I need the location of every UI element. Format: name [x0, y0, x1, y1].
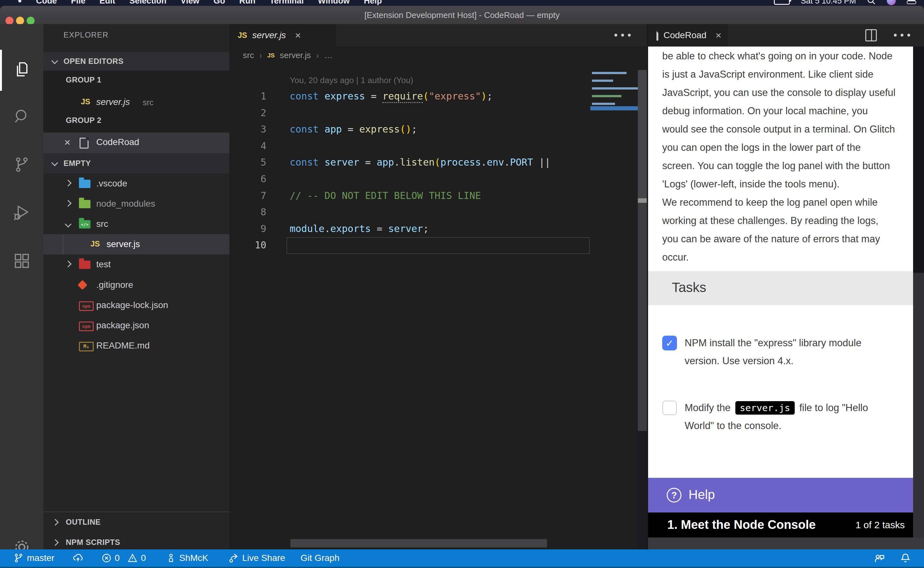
open-editor-server-js[interactable]: JS server.js src [43, 92, 229, 112]
line-number: 4 [229, 137, 266, 154]
code-line-6[interactable]: 6 [229, 171, 590, 187]
tree-item-src[interactable]: src [43, 214, 229, 234]
notifications-item[interactable] [900, 552, 911, 564]
editor-vertical-scrollbar[interactable] [638, 70, 647, 549]
lesson-text-line: screen. You can toggle the log panel wit… [662, 157, 912, 175]
scrollbar-thumb[interactable] [638, 198, 647, 203]
line-number: 2 [229, 104, 266, 121]
lesson-text-line: 'Logs' (lower-left, inside the tools men… [662, 175, 912, 193]
help-icon: ? [667, 488, 681, 503]
task2-checkbox[interactable] [662, 400, 677, 415]
webview-scrollbar[interactable] [913, 47, 924, 538]
apple-menu-icon[interactable]: ● [18, 0, 22, 5]
screen: ●CodeFileEditSelectionViewGoRunTerminalW… [0, 0, 924, 568]
minimap-line [592, 103, 615, 105]
code-line-9[interactable]: 9module.exports = server; [229, 221, 590, 237]
tab-coderoad[interactable]: CodeRoad × [648, 24, 728, 47]
search-icon[interactable] [0, 95, 43, 138]
code-line-2[interactable]: 2 [229, 104, 590, 121]
problems-item[interactable]: 0 0 [101, 553, 146, 563]
sync-item[interactable] [72, 553, 83, 563]
coderoad-tab-bar: CodeRoad × [648, 24, 924, 47]
tasks-header: Tasks [648, 271, 913, 305]
task-progress-badge: 1 of 2 tasks [856, 520, 905, 530]
battery-icon [774, 0, 790, 5]
line-number: 6 [229, 171, 266, 187]
git-graph-item[interactable]: Git Graph [301, 553, 339, 563]
open-editor-coderoad[interactable]: × CodeRoad [43, 133, 229, 153]
menu-edit[interactable]: Edit [99, 0, 115, 6]
md-icon: M↓ [79, 342, 94, 351]
chevron-down-icon [65, 221, 72, 228]
minimap[interactable] [590, 0, 638, 193]
coderoad-webview: be able to check what's going on in your… [648, 47, 913, 538]
npm-scripts-section[interactable]: NPM SCRIPTS [43, 532, 229, 549]
menu-code[interactable]: Code [36, 0, 57, 6]
editor-horizontal-scrollbar[interactable] [290, 539, 547, 547]
user-item[interactable]: ShMcK [166, 553, 208, 563]
help-bar[interactable]: ? Help [648, 478, 913, 512]
code-editor[interactable]: 1const express = require("express");23co… [229, 0, 590, 549]
feedback-item[interactable] [873, 552, 885, 564]
npm-icon: npm [79, 301, 94, 311]
live-share-label: Live Share [242, 553, 285, 563]
tree-item-readme-md[interactable]: M↓README.md [43, 336, 229, 356]
code-line-3[interactable]: 3const app = express(); [229, 121, 590, 137]
chevron-right-icon [65, 200, 72, 207]
tree-item-server-js[interactable]: JSserver.js [43, 234, 229, 254]
tree-item-label: README.md [96, 340, 149, 351]
source-control-icon[interactable] [0, 143, 43, 186]
sidebar-title: EXPLORER [63, 30, 109, 39]
menu-file[interactable]: File [71, 0, 85, 6]
tree-item--vscode[interactable]: .vscode [43, 174, 229, 194]
line-number: 3 [229, 121, 266, 137]
more-actions-icon[interactable] [894, 34, 910, 36]
tasks-title: Tasks [672, 280, 706, 295]
tree-item-test[interactable]: test [43, 254, 229, 275]
workspace-section-header[interactable]: EMPTY [43, 153, 229, 174]
tree-item--gitignore[interactable]: .gitignore [43, 275, 229, 295]
code-line-5[interactable]: 5const server = app.listen(process.env.P… [229, 154, 590, 171]
error-count: 0 [115, 553, 120, 563]
status-bar: master 0 0 ShMcK Live Share Git Graph [0, 549, 924, 567]
menu-selection[interactable]: Selection [129, 0, 166, 6]
close-editor-icon[interactable]: × [64, 136, 71, 149]
siri-icon[interactable] [887, 0, 896, 5]
webview-scrollbar-thumb[interactable] [913, 47, 924, 273]
extensions-icon[interactable] [0, 239, 43, 282]
split-editor-icon[interactable] [865, 29, 877, 41]
code-line-1[interactable]: 1const express = require("express"); [229, 88, 590, 104]
run-debug-icon[interactable] [0, 191, 43, 234]
warning-count: 0 [141, 553, 146, 563]
npm-icon: npm [79, 322, 94, 331]
lesson-text-line: working at these challenges. By reading … [662, 211, 912, 230]
code-line-8[interactable]: 8 [229, 204, 590, 221]
tree-item-package-json[interactable]: npmpackage.json [43, 316, 229, 336]
spotlight-icon[interactable] [867, 0, 876, 5]
explorer-sidebar: EXPLORER OPEN EDITORS GROUP 1 JS server.… [43, 24, 229, 549]
lesson-text-line: be able to check what's going on in your… [662, 47, 912, 65]
editor-group1-label: GROUP 1 [66, 76, 101, 85]
outline-section[interactable]: OUTLINE [43, 512, 229, 532]
tree-item-package-lock-json[interactable]: npmpackage-lock.json [43, 295, 229, 316]
task1-checkbox[interactable]: ✓ [662, 336, 677, 350]
code-line-4[interactable]: 4 [229, 137, 590, 154]
explorer-icon[interactable] [0, 47, 43, 91]
open-editors-label: OPEN EDITORS [63, 57, 124, 66]
code-line-7[interactable]: 7// -- DO NOT EDIT BELOW THIS LINE [229, 187, 590, 204]
close-tab-icon[interactable]: × [716, 30, 722, 41]
warnings-icon [127, 553, 138, 563]
person-feedback-icon [873, 552, 885, 564]
live-share-item[interactable]: Live Share [228, 553, 285, 563]
lesson-text-line: is just a JavaScript environment. Like c… [662, 65, 912, 83]
lesson-footer[interactable]: 1. Meet the Node Console 1 of 2 tasks [648, 512, 913, 538]
git-branch-item[interactable]: master [14, 553, 54, 563]
menu-go[interactable]: Go [214, 0, 225, 6]
folder-node-icon [79, 200, 90, 208]
control-center-icon[interactable] [907, 0, 916, 4]
menu-view[interactable]: View [181, 0, 200, 6]
workspace-label: EMPTY [63, 159, 91, 168]
tree-item-node-modules[interactable]: node_modules [43, 194, 229, 214]
lesson-text: be able to check what's going on in your… [662, 47, 912, 266]
open-editors-header[interactable]: OPEN EDITORS [43, 52, 229, 71]
